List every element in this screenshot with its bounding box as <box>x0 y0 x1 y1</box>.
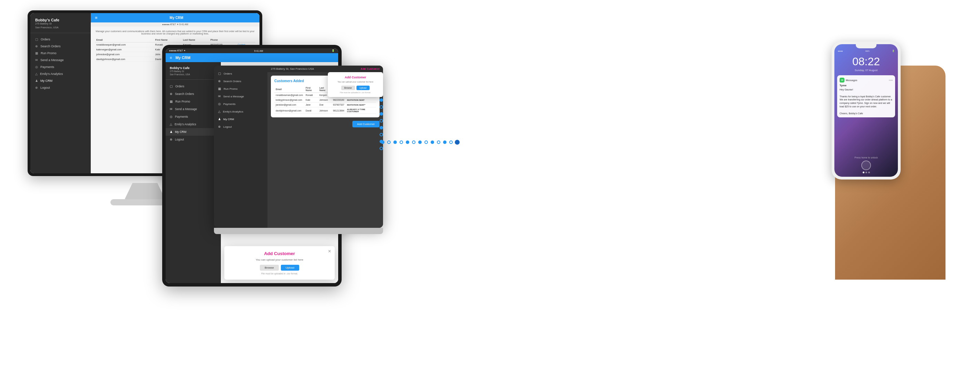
sms-body: Hey Gaurav!Thanks for being a loyal Bobb… <box>840 88 893 115</box>
sms-app-name: Messages <box>846 79 857 81</box>
tablet-nav-logout[interactable]: ⊗ Logout <box>165 136 221 143</box>
phone-battery: 🔋 <box>892 50 894 52</box>
dot <box>380 105 383 109</box>
dot <box>455 140 460 145</box>
tablet-header-title: My CRM <box>175 56 190 60</box>
monitor-nav-search-orders[interactable]: ⊕ Search Orders <box>30 43 91 50</box>
modal-subtitle: You can upload your customer list here <box>229 258 330 261</box>
tablet-nav-payments[interactable]: ◎ Payments <box>165 113 221 121</box>
crm-icon: ♟ <box>170 130 173 134</box>
tablet-nav-analytics[interactable]: △ Emily's Analytics <box>165 121 221 128</box>
menu-icon[interactable]: ≡ <box>95 15 98 21</box>
message-icon: ✉ <box>35 58 38 62</box>
tablet-sidebar: Bobby's Cafe 275 Battery StSan Francisco… <box>165 62 221 283</box>
laptop-browse-button[interactable]: Browse <box>341 86 355 90</box>
crm-icon: ♟ <box>218 118 221 121</box>
tablet-nav-promo[interactable]: ▦ Run Promo <box>165 98 221 105</box>
upload-button[interactable]: Upload <box>281 265 299 270</box>
dot <box>443 140 447 144</box>
laptop-nav-promo[interactable]: ▦ Run Promo <box>214 85 267 92</box>
monitor-nav-analytics[interactable]: △ Emily's Analytics <box>30 70 91 77</box>
monitor-nav-run-promo[interactable]: ▦ Run Promo <box>30 50 91 57</box>
laptop-nav-logout[interactable]: ⊗ Logout <box>214 123 267 130</box>
laptop-nav-crm[interactable]: ♟ My CRM <box>214 115 267 123</box>
browse-button[interactable]: Browse <box>260 265 279 270</box>
logout-icon: ⊗ <box>218 125 221 129</box>
col-firstname: First Name <box>154 38 182 43</box>
dot <box>393 140 397 144</box>
phone-time: 08:22 <box>834 55 898 68</box>
run-promo-label: Run Promo <box>41 51 57 55</box>
monitor-brand-addr: 275 Battery StSan Francisco, USA <box>35 22 86 29</box>
monitor-nav-orders[interactable]: ▢ Orders <box>30 36 91 43</box>
laptop-header: 275 Battery St, San Francisco USA Add Cu… <box>267 65 383 72</box>
dot <box>399 140 403 144</box>
message-icon: ✉ <box>218 95 221 98</box>
vertical-dotted-line <box>380 97 383 142</box>
phone-screen: ●●●● WiFi 🔋 08:22 Sunday, 07 August ✉ Me… <box>834 44 898 177</box>
modal-close-button[interactable]: ✕ <box>328 249 331 254</box>
monitor-header-title: My CRM <box>170 16 183 20</box>
laptop-file-note: File must be uploaded in .csv format. <box>331 91 380 94</box>
crm-label: My CRM <box>40 79 52 83</box>
col-email: Email <box>95 38 154 43</box>
laptop-add-customer-button[interactable]: Add Customer <box>352 121 380 127</box>
orders-icon: ▢ <box>35 38 38 41</box>
laptop-nav-orders[interactable]: ▢ Orders <box>214 70 267 77</box>
tablet-nav-orders[interactable]: ▢ Orders <box>165 83 221 90</box>
phone-home-button[interactable] <box>861 161 871 170</box>
status-invited: INVITATION SENT <box>346 98 376 103</box>
tablet-status-bar: ●●●●● AT&T ✦ 9:41 AM 🔋 <box>165 48 338 53</box>
laptop-add-customer-modal: Add Customer You can upload your custome… <box>328 72 383 97</box>
phone-bottom-bar: Press home to unlock <box>834 156 898 177</box>
laptop-nav-analytics[interactable]: △ Emily's Analytics <box>214 108 267 115</box>
payments-label: Payments <box>40 65 54 69</box>
logout-icon: ⊗ <box>170 138 173 141</box>
dot <box>380 147 383 150</box>
payments-icon: ◎ <box>218 102 221 106</box>
laptop-modal-title: Add Customer <box>331 76 380 79</box>
promo-icon: ▦ <box>170 100 173 103</box>
location-text: 275 Battery St, San Francisco USA <box>271 67 314 70</box>
laptop-nav-search[interactable]: ⊕ Search Orders <box>214 77 267 85</box>
orders-icon: ▢ <box>218 72 221 75</box>
file-format-note: File must be uploaded in .csv format. <box>229 272 330 275</box>
analytics-label: Emily's Analytics <box>40 72 63 76</box>
phone-page-dots <box>863 172 870 173</box>
monitor-nav-logout[interactable]: ⊗ Logout <box>30 84 91 91</box>
monitor-sidebar: Bobby's Cafe 275 Battery StSan Francisco… <box>30 13 91 173</box>
sms-notification: ✉ Messages now Tyme Hey Gaurav!Thanks fo… <box>837 75 895 118</box>
sms-notif-header: ✉ Messages now <box>840 78 893 83</box>
tablet-nav-search[interactable]: ⊕ Search Orders <box>165 90 221 98</box>
dot <box>437 140 440 144</box>
phone-wifi: WiFi <box>865 50 870 52</box>
page-dot <box>863 172 864 173</box>
laptop-nav-payments[interactable]: ◎ Payments <box>214 100 267 108</box>
dot <box>406 140 409 144</box>
dot <box>431 140 434 144</box>
col-action <box>236 38 255 43</box>
tablet-nav-message[interactable]: ✉ Send a Message <box>165 105 221 113</box>
dot <box>380 126 383 129</box>
laptop-sidebar: ▢ Orders ⊕ Search Orders ▦ Run Promo ✉ S… <box>214 65 267 228</box>
table-row: davidjohnson@gmail.com David Johnson 981… <box>274 107 376 114</box>
laptop-upload-button[interactable]: Upload <box>356 86 370 90</box>
send-message-label: Send a Message <box>40 58 64 62</box>
laptop-screen: ▢ Orders ⊕ Search Orders ▦ Run Promo ✉ S… <box>214 65 383 228</box>
tablet-nav-crm[interactable]: ♟ My CRM <box>165 128 221 136</box>
sms-sender: Tyme <box>840 84 893 87</box>
horizontal-dotted-line <box>380 140 483 145</box>
monitor-brand-name: Bobby's Cafe <box>35 18 86 22</box>
monitor-stand <box>124 183 165 200</box>
dot <box>387 140 391 144</box>
dot <box>449 140 453 144</box>
monitor-nav-crm[interactable]: ♟ My CRM <box>30 77 91 84</box>
laptop-nav-message[interactable]: ✉ Send a Message <box>214 92 267 100</box>
monitor-nav-payments[interactable]: ◎ Payments <box>30 64 91 70</box>
laptop-content: Customers Added Email First Name Last Na… <box>267 72 383 228</box>
dot <box>412 140 415 144</box>
monitor-nav-send-message[interactable]: ✉ Send a Message <box>30 57 91 64</box>
tablet-menu-icon[interactable]: ≡ <box>170 56 172 60</box>
phone-body: ●●●● WiFi 🔋 08:22 Sunday, 07 August ✉ Me… <box>832 41 900 180</box>
analytics-icon: △ <box>170 122 172 126</box>
